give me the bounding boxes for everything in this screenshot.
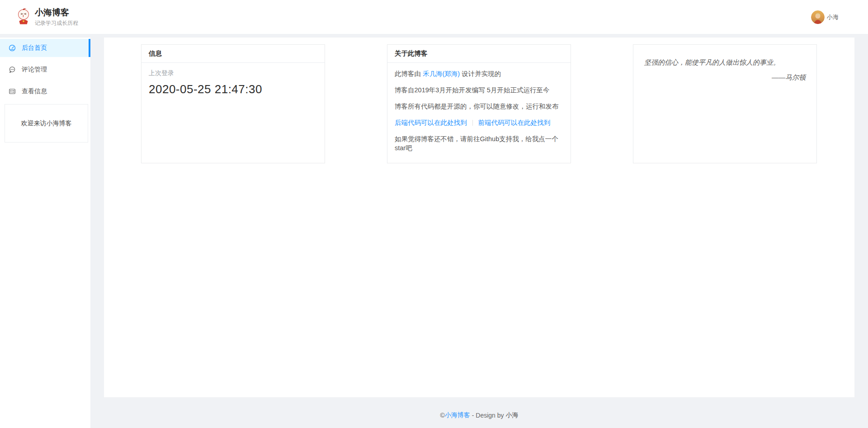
dashboard-icon bbox=[9, 44, 16, 52]
quote-card: 坚强的信心，能使平凡的人做出惊人的事业。 ——马尔顿 bbox=[633, 44, 817, 163]
about-line-2: 博客自2019年3月开始开发编写 5月开始正式运行至今 bbox=[395, 86, 563, 95]
sidebar-item-info[interactable]: 查看信息 bbox=[0, 82, 90, 100]
frontend-code-link[interactable]: 前端代码可以在此处找到 bbox=[478, 119, 551, 126]
info-card-title: 信息 bbox=[142, 45, 325, 63]
comment-icon bbox=[9, 66, 16, 73]
sidebar: 后台首页 评论管理 查看信息 欢迎来访小海博客 bbox=[0, 38, 90, 428]
sidebar-item-label: 查看信息 bbox=[22, 87, 47, 95]
backend-code-link[interactable]: 后端代码可以在此处找到 bbox=[395, 119, 467, 126]
footer-designer: 小海 bbox=[505, 411, 518, 419]
idcard-icon bbox=[9, 88, 16, 95]
about-line-5: 如果觉得博客还不错，请前往Github支持我，给我点一个star吧 bbox=[395, 134, 563, 152]
footer-copyright: © bbox=[440, 412, 445, 419]
info-card: 信息 上次登录 2020-05-25 21:47:30 bbox=[141, 44, 325, 163]
last-login-label: 上次登录 bbox=[149, 69, 317, 77]
footer-middle-text: - Design by bbox=[470, 412, 506, 419]
welcome-card: 欢迎来访小海博客 bbox=[5, 104, 88, 143]
logo-icon bbox=[16, 8, 31, 27]
sidebar-item-label: 评论管理 bbox=[22, 66, 47, 74]
about-line-1-suffix: 设计并实现的 bbox=[460, 70, 501, 77]
about-card: 关于此博客 此博客由 禾几海(郑海) 设计并实现的 博客自2019年3月开始开发… bbox=[387, 44, 571, 163]
vertical-divider bbox=[472, 120, 473, 126]
about-line-1: 此博客由 禾几海(郑海) 设计并实现的 bbox=[395, 69, 563, 78]
footer: © 小海博客 - Design by 小海 bbox=[104, 397, 854, 428]
quote-author: ——马尔顿 bbox=[644, 73, 806, 82]
last-login-time: 2020-05-25 21:47:30 bbox=[149, 82, 317, 96]
sidebar-item-label: 后台首页 bbox=[22, 44, 47, 52]
app-subtitle: 记录学习成长历程 bbox=[35, 19, 78, 27]
main-content: 信息 上次登录 2020-05-25 21:47:30 关于此博客 此博客由 禾… bbox=[104, 38, 854, 397]
author-link[interactable]: 禾几海(郑海) bbox=[423, 70, 460, 77]
user-menu[interactable]: 小海 bbox=[811, 10, 839, 24]
about-code-links: 后端代码可以在此处找到前端代码可以在此处找到 bbox=[395, 118, 563, 127]
sidebar-item-comments[interactable]: 评论管理 bbox=[0, 61, 90, 79]
app-header: 小海博客 记录学习成长历程 小海 bbox=[0, 0, 868, 34]
sidebar-item-dashboard[interactable]: 后台首页 bbox=[0, 39, 90, 57]
footer-site-link[interactable]: 小海博客 bbox=[445, 411, 470, 419]
user-name: 小海 bbox=[827, 13, 839, 21]
quote-text: 坚强的信心，能使平凡的人做出惊人的事业。 bbox=[644, 57, 806, 67]
welcome-text: 欢迎来访小海博客 bbox=[21, 119, 72, 128]
user-avatar[interactable] bbox=[811, 10, 825, 24]
about-card-title: 关于此博客 bbox=[387, 45, 571, 63]
app-title: 小海博客 bbox=[35, 7, 78, 18]
about-line-3: 博客所有代码都是开源的，你可以随意修改，运行和发布 bbox=[395, 102, 563, 111]
about-line-1-prefix: 此博客由 bbox=[395, 70, 423, 77]
brand: 小海博客 记录学习成长历程 bbox=[16, 7, 78, 27]
